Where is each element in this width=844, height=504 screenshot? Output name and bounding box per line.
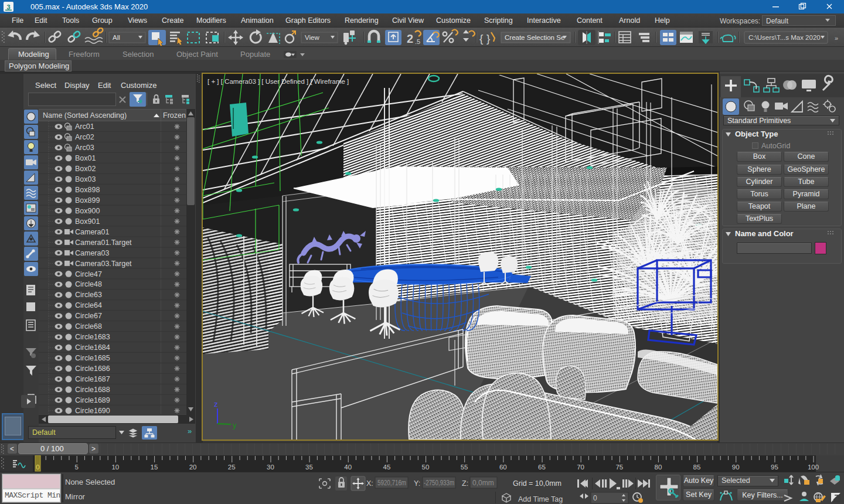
svg-text:60: 60 [499,464,507,471]
svg-text:55: 55 [461,464,468,471]
svg-text:85: 85 [693,464,701,471]
svg-text:3: 3 [6,4,10,11]
svg-text:40: 40 [344,464,352,471]
svg-text:45: 45 [383,464,391,471]
svg-text:70: 70 [577,464,584,471]
svg-text:Z:: Z: [462,479,468,488]
svg-text:Box02: Box02 [75,165,96,173]
svg-text:5920,716m: 5920,716m [377,479,406,487]
svg-text:-2750,933m: -2750,933m [424,479,454,487]
svg-text:35: 35 [305,464,313,471]
svg-text:Camera03: Camera03 [75,249,109,257]
svg-text:20: 20 [189,464,197,471]
svg-text:Box898: Box898 [75,186,100,194]
svg-text:Circle1687: Circle1687 [75,375,110,383]
svg-text:25: 25 [228,464,236,471]
svg-text:Circle1690: Circle1690 [75,407,110,414]
svg-text:z: z [214,400,218,408]
svg-text:Camera03.Target: Camera03.Target [75,260,132,268]
svg-text:Grid = 10,0mm: Grid = 10,0mm [513,479,561,488]
svg-text:Camera01: Camera01 [75,228,109,236]
svg-text:Camera01.Target: Camera01.Target [75,239,132,247]
svg-text:80: 80 [655,464,662,471]
svg-text:Arc01: Arc01 [75,122,94,131]
svg-text:90: 90 [732,464,740,471]
svg-text:Circle1684: Circle1684 [75,343,110,352]
svg-text:Circle63: Circle63 [75,291,102,299]
svg-text:Arc03: Arc03 [75,144,94,152]
svg-text:Box900: Box900 [75,207,100,215]
svg-text:}: } [486,32,490,45]
svg-text:All: All [113,34,120,41]
svg-text:»: » [835,35,838,42]
svg-text:Circle1683: Circle1683 [75,333,110,341]
svg-text:View: View [305,34,319,41]
svg-text:65: 65 [538,464,546,471]
svg-text:.5: .5 [415,38,420,45]
svg-text:Circle1685: Circle1685 [75,354,110,362]
svg-text:Circle67: Circle67 [75,312,102,320]
svg-text:Circle48: Circle48 [75,280,102,288]
svg-text:100: 100 [808,464,819,471]
svg-text:95: 95 [771,464,778,471]
svg-text:Circle64: Circle64 [75,301,102,309]
svg-text:Create Selection Se: Create Selection Se [505,34,564,41]
svg-text:15: 15 [151,464,158,471]
svg-text:2: 2 [407,32,413,45]
svg-text:0: 0 [593,494,597,502]
svg-text:Box03: Box03 [75,175,96,183]
svg-text:Circle68: Circle68 [75,322,102,331]
svg-text:Box01: Box01 [75,154,96,162]
svg-text:Y:: Y: [414,479,420,488]
svg-text:{: { [479,32,484,45]
svg-text:5: 5 [74,464,78,471]
svg-text:Box899: Box899 [75,196,100,205]
svg-text:Circle1688: Circle1688 [75,386,110,394]
svg-text:Arc02: Arc02 [75,133,94,141]
svg-text:0: 0 [36,464,39,471]
svg-text:X:: X: [366,479,373,488]
svg-text:30: 30 [267,464,274,471]
svg-text:Add Time Tag: Add Time Tag [518,495,563,503]
svg-text:75: 75 [615,464,623,471]
svg-text:Circle1689: Circle1689 [75,396,110,404]
svg-text:50: 50 [422,464,430,471]
svg-text:Circle1686: Circle1686 [75,365,110,373]
svg-text:C:\Users\T...s Max 2020: C:\Users\T...s Max 2020 [748,34,821,41]
svg-text:Box901: Box901 [75,217,100,226]
svg-text:y: y [233,421,237,430]
svg-text:[ + ] [ Camera03 ] [ User Defi: [ + ] [ Camera03 ] [ User Defined ] [ Wi… [207,78,349,85]
svg-text:10: 10 [111,464,119,471]
svg-text:0,0mm: 0,0mm [472,479,494,487]
svg-text:Circle47: Circle47 [75,270,102,278]
